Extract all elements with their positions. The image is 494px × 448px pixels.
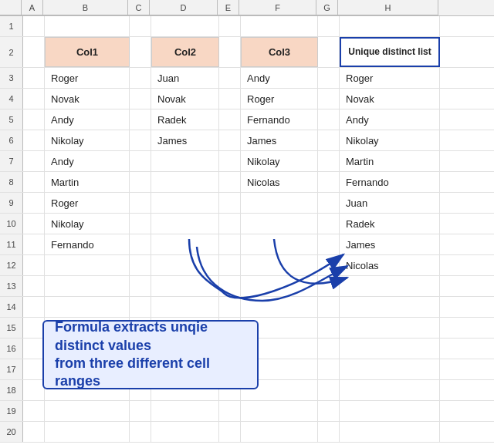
cell-g5[interactable] [318,109,340,130]
cell-e3[interactable] [219,68,241,88]
cell-c11[interactable] [130,234,151,254]
cell-b5[interactable]: Andy [45,109,130,130]
cell-d11[interactable] [151,234,219,254]
cell-f3[interactable]: Andy [241,68,318,88]
cell-d3[interactable]: Juan [151,68,219,88]
cell-g9[interactable] [318,193,340,213]
cell-d6[interactable]: James [151,130,219,150]
cell-e12[interactable] [219,255,241,275]
cell-g12[interactable] [318,255,340,275]
cell-g4[interactable] [318,89,340,109]
cell-e8[interactable] [219,172,241,192]
cell-g6[interactable] [318,130,340,150]
cell-d5[interactable]: Radek [151,109,219,130]
cell-f11[interactable] [241,234,318,254]
row-12: 12 Nicolas [0,255,494,276]
cell-d10[interactable] [151,214,219,234]
cell-d1[interactable] [151,16,219,36]
cell-a5[interactable] [23,109,45,130]
cell-g11[interactable] [318,234,340,254]
cell-b7[interactable]: Andy [45,151,130,171]
cell-h10[interactable]: Radek [340,214,440,234]
cell-g3[interactable] [318,68,340,88]
cell-f9[interactable] [241,193,318,213]
cell-h11[interactable]: James [340,234,440,254]
cell-e4[interactable] [219,89,241,109]
cell-e9[interactable] [219,193,241,213]
cell-b1[interactable] [45,16,130,36]
cell-a10[interactable] [23,214,45,234]
cell-e10[interactable] [219,214,241,234]
cell-f10[interactable] [241,214,318,234]
cell-c1[interactable] [130,16,151,36]
row-6: 6 Nikolay James James Nikolay [0,130,494,151]
cell-b3[interactable]: Roger [45,68,130,88]
cell-d7[interactable] [151,151,219,171]
cell-h12[interactable]: Nicolas [340,255,440,275]
cell-h3[interactable]: Roger [340,68,440,88]
cell-f6[interactable]: James [241,130,318,150]
cell-f8[interactable]: Nicolas [241,172,318,192]
cell-e11[interactable] [219,234,241,254]
cell-d8[interactable] [151,172,219,192]
cell-b11[interactable]: Fernando [45,234,130,254]
cell-a6[interactable] [23,130,45,150]
cell-c5[interactable] [130,109,151,130]
cell-d4[interactable]: Novak [151,89,219,109]
cell-e5[interactable] [219,109,241,130]
cell-f4[interactable]: Roger [241,89,318,109]
cell-a7[interactable] [23,151,45,171]
cell-h4[interactable]: Novak [340,89,440,109]
row-14: 14 [0,297,494,318]
cell-e7[interactable] [219,151,241,171]
col-header-b: B [43,0,128,15]
cell-c4[interactable] [130,89,151,109]
cell-g2[interactable] [318,37,340,67]
column-headers: A B C D E F G H [0,0,494,16]
rownum-8: 8 [0,172,23,192]
cell-h8[interactable]: Fernando [340,172,440,192]
cell-a3[interactable] [23,68,45,88]
cell-g8[interactable] [318,172,340,192]
cell-c9[interactable] [130,193,151,213]
cell-f1[interactable] [241,16,318,36]
cell-e6[interactable] [219,130,241,150]
cell-h1[interactable] [340,16,440,36]
cell-a2[interactable] [23,37,45,67]
cell-g10[interactable] [318,214,340,234]
cell-e2[interactable] [219,37,241,67]
row-7: 7 Andy Nikolay Martin [0,151,494,172]
cell-a11[interactable] [23,234,45,254]
cell-f12[interactable] [241,255,318,275]
cell-c2[interactable] [130,37,151,67]
cell-a12[interactable] [23,255,45,275]
cell-a9[interactable] [23,193,45,213]
cell-b4[interactable]: Novak [45,89,130,109]
cell-c10[interactable] [130,214,151,234]
cell-a4[interactable] [23,89,45,109]
annotation-box: Formula extracts unqie distinct values f… [42,320,259,389]
cell-b9[interactable]: Roger [45,193,130,213]
cell-c7[interactable] [130,151,151,171]
cell-d9[interactable] [151,193,219,213]
cell-e1[interactable] [219,16,241,36]
cell-h5[interactable]: Andy [340,109,440,130]
cell-a8[interactable] [23,172,45,192]
cell-d12[interactable] [151,255,219,275]
cell-b10[interactable]: Nikolay [45,214,130,234]
cell-h7[interactable]: Martin [340,151,440,171]
cell-c12[interactable] [130,255,151,275]
cell-g1[interactable] [318,16,340,36]
cell-b6[interactable]: Nikolay [45,130,130,150]
cell-c3[interactable] [130,68,151,88]
cell-c6[interactable] [130,130,151,150]
cell-g7[interactable] [318,151,340,171]
cell-h9[interactable]: Juan [340,193,440,213]
cell-f7[interactable]: Nikolay [241,151,318,171]
cell-c8[interactable] [130,172,151,192]
cell-b12[interactable] [45,255,130,275]
cell-a1[interactable] [23,16,45,36]
cell-f5[interactable]: Fernando [241,109,318,130]
cell-h6[interactable]: Nikolay [340,130,440,150]
cell-b8[interactable]: Martin [45,172,130,192]
